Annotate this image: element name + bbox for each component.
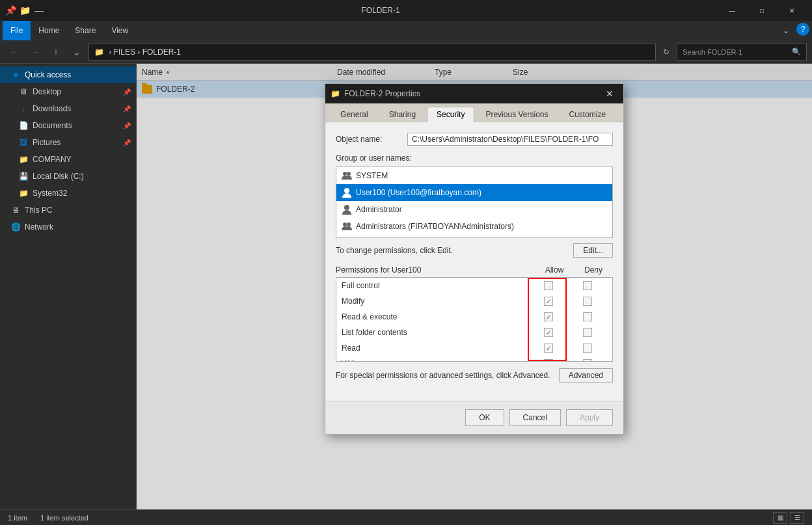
check-deny-fullcontrol — [583, 281, 592, 290]
desktop-icon: 🖥 — [18, 87, 29, 97]
sidebar-item-localdisk[interactable]: 💾 Local Disk (C:) — [0, 168, 136, 185]
user-row-system[interactable]: SYSTEM — [336, 167, 612, 184]
search-text: Search FOLDER-1 — [683, 48, 742, 56]
svg-point-3 — [344, 205, 349, 210]
documents-icon: 📄 — [18, 120, 29, 131]
downloads-icon: ↓ — [18, 103, 29, 114]
expand-icon[interactable]: ⌄ — [778, 23, 794, 38]
maximize-button[interactable]: □ — [747, 0, 777, 21]
sidebar-item-system32[interactable]: 📁 System32 — [0, 185, 136, 202]
sidebar-item-quick-access[interactable]: ★ Quick access — [0, 66, 136, 83]
dialog-tabs: General Sharing Security Previous Versio… — [325, 103, 623, 122]
perm-allow-read: ✓ — [529, 343, 568, 353]
content-area: Name ▲ Date modified Type Size FOLDER-2 … — [137, 64, 812, 509]
special-perm-text: For special permissions or advanced sett… — [336, 371, 554, 380]
sidebar-label-desktop: Desktop — [33, 87, 61, 96]
sidebar-label-company: COMPANY — [33, 155, 72, 164]
sidebar-item-documents[interactable]: 📄 Documents 📌 — [0, 117, 136, 134]
svg-point-2 — [344, 188, 349, 193]
computer-icon: 🖥 — [10, 205, 21, 215]
sidebar-item-desktop[interactable]: 🖥 Desktop 📌 — [0, 83, 136, 100]
pin-icon: 📌 — [5, 5, 16, 16]
path-text: › FILES › FOLDER-1 — [107, 47, 181, 57]
check-allow-write: ✓ — [544, 359, 553, 362]
perm-row-read: Read ✓ — [336, 340, 612, 356]
minus-icon: — — [34, 5, 44, 16]
perm-allow-readexecute: ✓ — [529, 312, 568, 321]
tab-customize[interactable]: Customize — [559, 107, 616, 122]
perm-allow-fullcontrol — [529, 281, 568, 290]
grid-view-button[interactable]: ▦ — [773, 512, 787, 524]
perm-deny-write — [568, 359, 607, 362]
minimize-button[interactable]: — — [717, 0, 747, 21]
close-button[interactable]: ✕ — [777, 0, 807, 21]
recent-button[interactable]: ⌄ — [68, 43, 86, 61]
user-row-administrator[interactable]: Administrator — [336, 201, 612, 218]
pin-icon-documents: 📌 — [123, 122, 131, 129]
tab-sharing[interactable]: Sharing — [379, 107, 426, 122]
group-icon-administrators — [342, 221, 352, 232]
selected-count: 1 item selected — [40, 514, 88, 522]
tab-security[interactable]: Security — [427, 107, 474, 122]
dialog-close-button[interactable]: ✕ — [601, 85, 618, 102]
cancel-button[interactable]: Cancel — [509, 409, 561, 426]
perm-row-modify: Modify ✓ — [336, 293, 612, 309]
object-name-label: Object name: — [336, 135, 407, 144]
folder-icon-title: 📁 — [20, 5, 30, 16]
dialog-titlebar: 📁 FOLDER-2 Properties ✕ — [325, 84, 623, 103]
perm-deny-fullcontrol — [568, 281, 607, 290]
check-deny-listfolder — [583, 328, 592, 337]
perm-name: Read — [342, 343, 529, 353]
forward-button[interactable]: → — [26, 43, 44, 61]
menu-view[interactable]: View — [103, 23, 136, 38]
tab-previous-versions[interactable]: Previous Versions — [476, 107, 558, 122]
tab-general[interactable]: General — [331, 107, 378, 122]
sidebar-item-thispc[interactable]: 🖥 This PC — [0, 202, 136, 219]
perm-deny-read — [568, 343, 607, 353]
dialog-content: Object name: C:\Users\Administrator\Desk… — [325, 122, 623, 401]
sidebar-item-company[interactable]: 📁 COMPANY — [0, 151, 136, 168]
user-icon-user100 — [342, 187, 352, 198]
check-allow-listfolder: ✓ — [544, 328, 553, 337]
advanced-button[interactable]: Advanced — [559, 368, 613, 383]
user-name-system: SYSTEM — [356, 171, 388, 180]
search-box[interactable]: Search FOLDER-1 🔍 — [677, 44, 807, 61]
menu-bar-right: ⌄ ? — [778, 23, 809, 38]
perm-allow-modify: ✓ — [529, 297, 568, 306]
perm-row-readexecute: Read & execute ✓ — [336, 309, 612, 325]
menu-home[interactable]: Home — [31, 23, 67, 38]
refresh-button[interactable]: ↻ — [658, 44, 674, 60]
back-button[interactable]: ← — [5, 43, 23, 61]
help-icon[interactable]: ? — [796, 23, 809, 36]
view-controls: ▦ ☰ — [773, 512, 804, 524]
sidebar-item-downloads[interactable]: ↓ Downloads 📌 — [0, 100, 136, 117]
group-label: Group or user names: — [336, 154, 613, 163]
group-icon-system — [342, 170, 352, 181]
apply-button[interactable]: Apply — [566, 409, 613, 426]
perm-allow-write: ✓ — [529, 359, 568, 362]
ok-button[interactable]: OK — [465, 409, 504, 426]
user-row-user100[interactable]: User100 (User100@firatboyan.com) — [336, 184, 612, 201]
perm-row-listfolder: List folder contents ✓ — [336, 325, 612, 340]
menu-share[interactable]: Share — [67, 23, 103, 38]
user-name-administrator: Administrator — [356, 205, 402, 214]
perm-row-write: Write ✓ — [336, 356, 612, 362]
svg-point-5 — [347, 222, 351, 226]
sidebar-label-system32: System32 — [33, 189, 67, 198]
perm-deny-readexecute — [568, 312, 607, 321]
user-row-administrators[interactable]: Administrators (FIRATBOYAN\Administrator… — [336, 218, 612, 235]
edit-button[interactable]: Edit... — [573, 243, 613, 258]
sidebar-label-downloads: Downloads — [33, 104, 71, 113]
sidebar-item-network[interactable]: 🌐 Network — [0, 219, 136, 236]
user-list[interactable]: SYSTEM User100 (User100@firatboyan.com) — [336, 167, 613, 238]
check-allow-read: ✓ — [544, 343, 553, 353]
menu-file[interactable]: File — [3, 21, 31, 40]
list-view-button[interactable]: ☰ — [790, 512, 804, 524]
pin-icon-downloads: 📌 — [123, 105, 131, 113]
network-icon: 🌐 — [10, 222, 21, 232]
address-path[interactable]: 📁 › FILES › FOLDER-1 — [88, 44, 656, 61]
window-title: FOLDER-1 — [44, 6, 717, 15]
perm-name: Full control — [342, 281, 529, 290]
up-button[interactable]: ↑ — [47, 43, 65, 61]
sidebar-item-pictures[interactable]: 🖼 Pictures 📌 — [0, 134, 136, 151]
